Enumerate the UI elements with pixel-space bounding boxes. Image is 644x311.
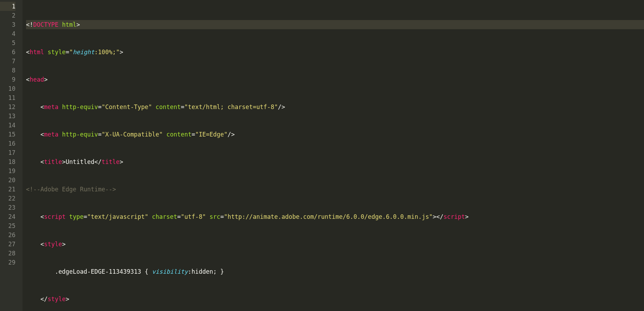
line-number: 1 [0, 2, 15, 11]
line-number: 18 [0, 157, 15, 166]
line-number: 20 [0, 176, 15, 185]
line-number: 22 [0, 194, 15, 203]
line-number: 25 [0, 221, 15, 230]
line-number: 19 [0, 166, 15, 176]
line-number: 7 [0, 57, 15, 66]
code-line[interactable]: <meta http-equiv="X-UA-Compatible" conte… [26, 130, 644, 139]
line-number: 8 [0, 66, 15, 75]
line-number: 2 [0, 11, 15, 20]
line-number: 13 [0, 112, 15, 121]
line-number: 27 [0, 240, 15, 249]
code-line[interactable]: <meta http-equiv="Content-Type" content=… [26, 102, 644, 112]
line-number: 23 [0, 203, 15, 212]
code-line[interactable]: <!--Adobe Edge Runtime--> [26, 185, 644, 194]
line-number: 9 [0, 75, 15, 84]
line-number: 5 [0, 38, 15, 47]
line-number: 24 [0, 212, 15, 221]
code-line[interactable]: .edgeLoad-EDGE-113439313 { visibility:hi… [26, 267, 644, 276]
line-number: 3 [0, 20, 15, 29]
line-number-gutter: 1 2 3 4 5 6 7 8 9 10 11 12 13 14 15 16 1… [0, 0, 22, 311]
code-line[interactable]: <script type="text/javascript" charset="… [26, 212, 644, 221]
code-line[interactable]: <!DOCTYPE html> [26, 20, 644, 29]
line-number: 15 [0, 130, 15, 139]
code-line[interactable]: <title>Untitled</title> [26, 157, 644, 166]
line-number: 29 [0, 258, 15, 267]
line-number: 12 [0, 102, 15, 112]
line-number: 11 [0, 93, 15, 102]
line-number: 4 [0, 29, 15, 38]
code-area[interactable]: <!DOCTYPE html> <html style="height:100%… [22, 0, 644, 311]
code-editor[interactable]: 1 2 3 4 5 6 7 8 9 10 11 12 13 14 15 16 1… [0, 0, 644, 311]
code-line[interactable]: <html style="height:100%;"> [26, 47, 644, 57]
line-number: 16 [0, 139, 15, 148]
line-number: 6 [0, 47, 15, 57]
line-number: 17 [0, 148, 15, 157]
line-number: 28 [0, 249, 15, 258]
line-number: 26 [0, 230, 15, 240]
code-line[interactable]: </style> [26, 294, 644, 304]
line-number: 21 [0, 185, 15, 194]
code-line[interactable]: <head> [26, 75, 644, 84]
line-number: 10 [0, 84, 15, 93]
code-line[interactable]: <style> [26, 240, 644, 249]
line-number: 14 [0, 121, 15, 130]
